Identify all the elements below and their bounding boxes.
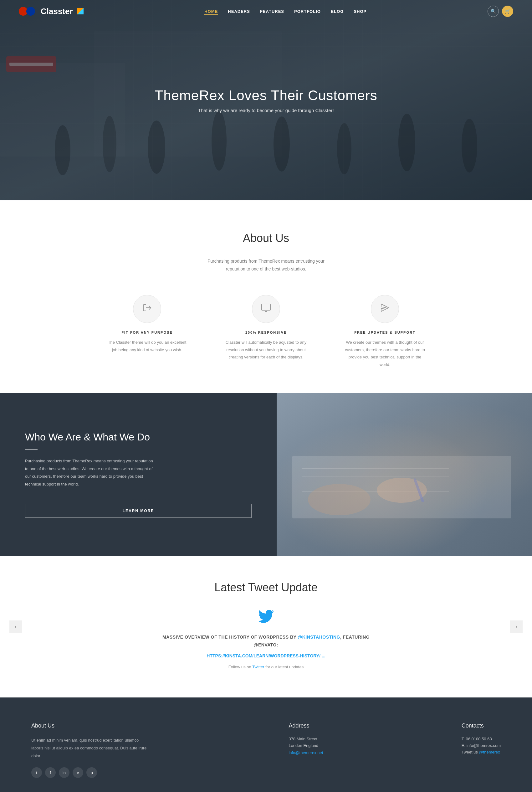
feature-icon-wrap-support — [371, 295, 399, 323]
tweet-follow-prefix: Follow us on — [228, 665, 252, 669]
tweet-article-link[interactable]: HTTPS://KINSTA.COM/LEARN/WORDPRESS-HISTO… — [19, 653, 513, 658]
nav-links: HOME HEADERS FEATURES PORTFOLIO BLOG SHO… — [204, 8, 366, 14]
feature-icon-wrap-responsive — [252, 295, 280, 323]
footer-address-title: Address — [288, 722, 323, 729]
who-right-image — [277, 393, 532, 556]
footer-contacts-col: Contacts T. 06 0100 50 63 E. info@themre… — [461, 722, 501, 778]
tweet-prev-button[interactable]: ‹ — [10, 620, 22, 633]
logo[interactable]: Classter — [19, 6, 83, 16]
feature-desc-support: We create our themes with a thought of o… — [344, 339, 425, 368]
feature-desc-purpose: The Classter theme will do you an excell… — [107, 339, 188, 354]
nav-item-shop[interactable]: SHOP — [354, 8, 366, 14]
who-image-svg — [277, 393, 532, 556]
feature-title-responsive: 100% RESPONSIVE — [225, 331, 307, 334]
footer-about-text: Ut enim ad minim veniam, quis nostrud ex… — [31, 737, 150, 760]
footer-contacts-title: Contacts — [461, 722, 501, 729]
logo-text: Classter — [41, 6, 73, 16]
footer-about-title: About Us — [31, 722, 150, 729]
svg-rect-14 — [262, 304, 270, 310]
monitor-icon — [260, 302, 272, 316]
tweet-follow-suffix: for our latest updates — [264, 665, 304, 669]
feature-title-support: FREE UPDATES & SUPPORT — [344, 331, 425, 334]
twitter-bird-icon — [19, 610, 513, 626]
nav-item-features[interactable]: FEATURES — [260, 8, 284, 14]
footer-street: 378 Main Street — [288, 737, 323, 741]
svg-point-25 — [308, 484, 370, 515]
tweet-next-button[interactable]: › — [510, 620, 522, 633]
social-vimeo-button[interactable]: v — [73, 767, 83, 778]
logo-circle-blue — [26, 7, 35, 16]
about-title: About Us — [19, 232, 513, 245]
footer-tweet-link[interactable]: @themerex — [479, 750, 500, 754]
nav-item-blog[interactable]: BLOG — [331, 8, 344, 14]
social-facebook-button[interactable]: f — [45, 767, 56, 778]
nav-item-portfolio[interactable]: PORTFOLIO — [294, 8, 321, 14]
svg-rect-18 — [292, 456, 511, 518]
learn-more-button[interactable]: LEARN MORE — [25, 504, 252, 518]
hero-subtitle: That is why we are ready to become your … — [155, 108, 377, 113]
hero-content: ThemeRex Loves Their Customers That is w… — [155, 88, 377, 113]
footer-address-col: Address 378 Main Street London England i… — [288, 722, 323, 778]
navigation: Classter HOME HEADERS FEATURES PORTFOLIO… — [0, 0, 532, 22]
footer-tweet-us: Tweet us @themerex — [461, 750, 501, 754]
footer: About Us Ut enim ad minim veniam, quis n… — [0, 697, 532, 792]
nav-item-headers[interactable]: HEADERS — [228, 8, 250, 14]
login-icon — [141, 302, 153, 316]
search-button[interactable]: 🔍 — [488, 6, 499, 17]
tweet-kinsta-link[interactable]: @KINSTAHOSTING — [298, 635, 340, 640]
cart-button[interactable]: 🛒 — [502, 6, 513, 17]
tweet-section: Latest Tweet Update ‹ MASSIVE OVERVIEW O… — [0, 556, 532, 697]
footer-email-link[interactable]: info@themerex.net — [288, 750, 323, 755]
footer-city: London England — [288, 743, 323, 748]
social-linkedin-button[interactable]: in — [59, 767, 70, 778]
tweet-title: Latest Tweet Update — [19, 581, 513, 594]
feature-support: FREE UPDATES & SUPPORT We create our the… — [344, 295, 425, 368]
tweet-follow: Follow us on Twitter for our latest upda… — [19, 665, 513, 669]
social-pinterest-button[interactable]: p — [87, 767, 97, 778]
twitter-follow-link[interactable]: Twitter — [252, 665, 264, 669]
who-divider — [25, 449, 38, 450]
footer-top: About Us Ut enim ad minim veniam, quis n… — [31, 722, 501, 792]
underground-logo — [19, 7, 35, 16]
nav-icons: 🔍 🛒 — [488, 6, 513, 17]
svg-rect-24 — [413, 478, 424, 503]
who-title: Who We Are & What We Do — [25, 431, 252, 443]
chevron-right-icon: › — [515, 624, 517, 629]
social-twitter-button[interactable]: t — [31, 767, 42, 778]
logo-diamond-icon — [77, 8, 83, 14]
tweet-body: MASSIVE OVERVIEW OF THE HISTORY OF WORDP… — [156, 633, 376, 649]
features-row: FIT FOR ANY PURPOSE The Classter theme w… — [19, 295, 513, 368]
footer-phone: T. 06 0100 50 63 — [461, 737, 501, 741]
svg-point-23 — [377, 478, 427, 503]
svg-rect-17 — [277, 393, 532, 556]
who-section: Who We Are & What We Do Purchasing produ… — [0, 393, 532, 556]
footer-about-col: About Us Ut enim ad minim veniam, quis n… — [31, 722, 150, 778]
chevron-left-icon: ‹ — [15, 624, 16, 629]
tweet-prefix: MASSIVE OVERVIEW OF THE HISTORY OF WORDP… — [163, 635, 298, 640]
who-left: Who We Are & What We Do Purchasing produ… — [0, 393, 277, 556]
hero-title: ThemeRex Loves Their Customers — [155, 88, 377, 103]
who-desc: Purchasing products from ThemeRex means … — [25, 457, 156, 488]
send-icon — [379, 302, 391, 316]
nav-item-home[interactable]: HOME — [204, 8, 218, 14]
feature-desc-responsive: Classter will automatically be adjusted … — [225, 339, 307, 361]
who-image-bg — [277, 393, 532, 556]
feature-title-purpose: FIT FOR ANY PURPOSE — [107, 331, 188, 334]
about-desc: Purchasing products from ThemeRex means … — [204, 257, 328, 273]
feature-responsive: 100% RESPONSIVE Classter will automatica… — [225, 295, 307, 368]
footer-contact-email: E. info@themrex.com — [461, 743, 501, 748]
feature-purpose: FIT FOR ANY PURPOSE The Classter theme w… — [107, 295, 188, 368]
hero-section: ThemeRex Loves Their Customers That is w… — [0, 0, 532, 200]
footer-social-links: t f in v p — [31, 767, 150, 778]
about-section: About Us Purchasing products from ThemeR… — [0, 200, 532, 393]
feature-icon-wrap-purpose — [133, 295, 161, 323]
